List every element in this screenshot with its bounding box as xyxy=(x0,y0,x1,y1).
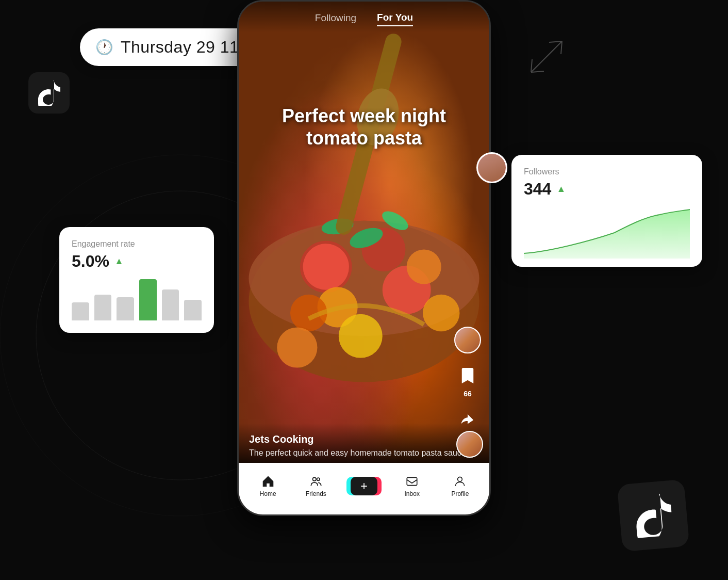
tab-home-label: Home xyxy=(260,490,276,497)
svg-line-4 xyxy=(531,59,532,72)
engagement-card: Engagement rate 5.0% ▲ xyxy=(59,227,214,333)
friends-icon xyxy=(309,475,323,488)
svg-point-25 xyxy=(317,478,319,480)
svg-point-27 xyxy=(458,477,462,481)
bar-2 xyxy=(94,295,112,320)
bar-5 xyxy=(162,289,179,320)
avatar-image xyxy=(455,328,480,352)
share-icon xyxy=(456,408,479,432)
bookmark-button[interactable]: 66 xyxy=(456,364,479,398)
tab-friends-label: Friends xyxy=(306,490,326,497)
engagement-trend-icon: ▲ xyxy=(114,256,124,267)
bar-4 xyxy=(139,279,157,320)
followers-chart-svg xyxy=(524,207,690,259)
svg-line-2 xyxy=(561,41,562,54)
home-icon xyxy=(261,475,275,488)
phone-nav: Following For You xyxy=(239,2,489,33)
followers-number: 344 xyxy=(524,180,551,199)
svg-line-0 xyxy=(531,41,562,72)
followers-card: Followers 344 ▲ xyxy=(511,155,702,267)
nav-tabs: Following For You xyxy=(315,12,413,26)
bar-3 xyxy=(117,297,134,320)
video-area: Following For You Perfect week night tom… xyxy=(239,2,489,514)
tab-profile[interactable]: Profile xyxy=(436,475,484,497)
engagement-label: Engagement rate xyxy=(72,239,202,249)
tab-create[interactable]: + xyxy=(340,475,388,497)
svg-point-24 xyxy=(312,477,316,481)
tab-friends[interactable]: Friends xyxy=(292,475,340,497)
svg-point-10 xyxy=(303,244,349,289)
creator-avatar-img xyxy=(456,431,483,458)
food-bg xyxy=(239,2,489,463)
clock-icon: 🕐 xyxy=(95,39,113,56)
tiktok-logo-large xyxy=(617,479,690,552)
tab-home[interactable]: Home xyxy=(244,475,292,497)
creator-avatar-bottom[interactable] xyxy=(456,431,483,458)
creator-name: Jets Cooking xyxy=(249,433,479,445)
tiktok-logo-small xyxy=(28,72,70,114)
video-title-overlay: Perfect week night tomato pasta xyxy=(239,105,489,149)
creator-avatar xyxy=(454,327,481,353)
bar-6 xyxy=(184,300,202,320)
video-title: Perfect week night tomato pasta xyxy=(239,105,489,149)
followers-label: Followers xyxy=(524,167,690,176)
tab-inbox-label: Inbox xyxy=(405,490,420,497)
bookmark-count: 66 xyxy=(464,390,472,398)
engagement-value: 5.0% ▲ xyxy=(72,252,202,271)
bar-chart xyxy=(72,279,202,320)
tab-profile-label: Profile xyxy=(451,490,469,497)
phone-mockup: Following For You Perfect week night tom… xyxy=(237,0,491,516)
followers-chart xyxy=(524,207,690,259)
followers-value: 344 ▲ xyxy=(524,180,690,199)
creator-avatar-action[interactable] xyxy=(454,327,481,353)
tab-for-you[interactable]: For You xyxy=(377,12,413,26)
bottom-tab-bar: Home Friends + xyxy=(239,463,489,514)
svg-line-3 xyxy=(531,71,544,72)
bottom-info: Jets Cooking The perfect quick and easy … xyxy=(239,423,489,463)
video-description: The perfect quick and easy homemade toma… xyxy=(249,448,479,458)
profile-avatar-image xyxy=(478,154,506,182)
create-btn-inner: + xyxy=(351,477,377,495)
create-button-wrapper: + xyxy=(349,475,379,497)
bookmark-icon xyxy=(456,364,479,388)
svg-point-14 xyxy=(407,250,441,284)
tab-inbox[interactable]: Inbox xyxy=(388,475,436,497)
create-plus-icon: + xyxy=(360,480,368,492)
profile-avatar-overlay xyxy=(476,152,507,183)
svg-rect-26 xyxy=(407,477,417,485)
engagement-number: 5.0% xyxy=(72,252,109,271)
followers-trend-icon: ▲ xyxy=(556,184,566,195)
svg-point-21 xyxy=(277,327,317,367)
profile-icon xyxy=(453,475,467,488)
inbox-icon xyxy=(405,475,419,488)
action-buttons: 66 66 xyxy=(454,327,481,442)
svg-point-20 xyxy=(423,295,460,332)
svg-line-1 xyxy=(549,41,562,42)
tab-following[interactable]: Following xyxy=(315,12,356,26)
svg-point-19 xyxy=(339,314,383,358)
bar-1 xyxy=(72,302,89,320)
